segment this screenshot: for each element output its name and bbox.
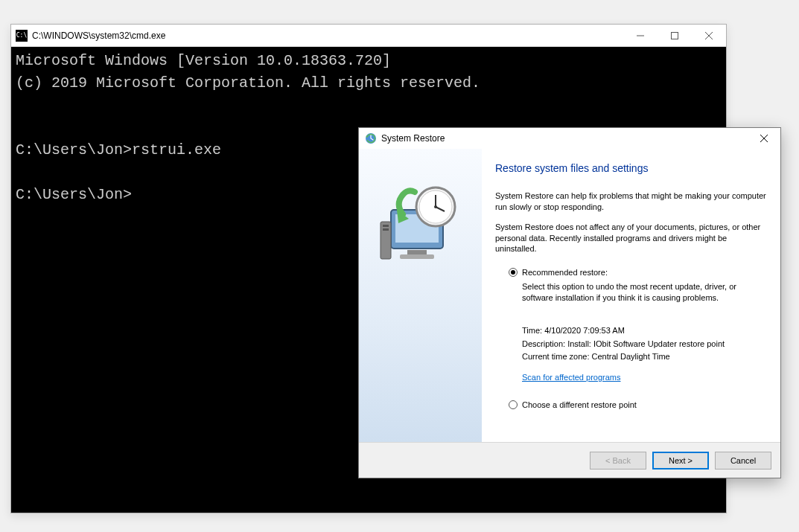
svg-rect-11: [400, 254, 434, 259]
restore-window-title: System Restore: [381, 133, 749, 144]
svg-rect-10: [407, 250, 427, 254]
window-controls: [623, 25, 726, 46]
restore-intro-1: System Restore can help fix problems tha…: [495, 190, 767, 213]
close-button[interactable]: [749, 129, 779, 147]
minimize-button[interactable]: [623, 25, 658, 46]
restore-sidebar: [359, 149, 482, 442]
restore-options: Recommended restore: Select this option …: [495, 268, 767, 384]
recommended-description: Select this option to undo the most rece…: [522, 281, 767, 304]
radio-icon: [509, 400, 518, 409]
restore-intro-2: System Restore does not affect any of yo…: [495, 222, 767, 255]
svg-point-19: [434, 205, 437, 208]
restore-time: Time: 4/10/2020 7:09:53 AM: [522, 324, 767, 338]
svg-rect-1: [672, 32, 678, 39]
scan-affected-link[interactable]: Scan for affected programs: [522, 371, 620, 385]
maximize-button[interactable]: [658, 25, 692, 46]
restore-titlebar[interactable]: System Restore: [359, 128, 780, 149]
system-restore-dialog: System Restore: [358, 127, 781, 478]
svg-rect-14: [383, 228, 389, 231]
cmd-line: C:\Users\Jon>: [16, 186, 132, 203]
close-button[interactable]: [692, 25, 726, 46]
radio-different[interactable]: Choose a different restore point: [495, 400, 767, 409]
cmd-line: C:\Users\Jon>rstrui.exe: [16, 141, 221, 158]
radio-recommended-label: Recommended restore:: [522, 268, 608, 277]
radio-different-label: Choose a different restore point: [522, 400, 637, 409]
restore-description: Description: Install: IObit Software Upd…: [522, 338, 767, 351]
restore-heading: Restore system files and settings: [495, 162, 767, 174]
cmd-line: (c) 2019 Microsoft Corporation. All righ…: [16, 74, 480, 92]
system-restore-icon: [365, 132, 377, 144]
restore-main: Restore system files and settings System…: [482, 149, 780, 442]
restore-footer: < Back Next > Cancel: [359, 442, 780, 478]
cmd-titlebar[interactable]: C:\ C:\WINDOWS\system32\cmd.exe: [11, 25, 726, 47]
cmd-icon: C:\: [16, 30, 28, 42]
svg-rect-12: [381, 222, 391, 259]
cmd-line: Microsoft Windows [Version 10.0.18363.72…: [16, 52, 391, 69]
computer-clock-icon: [376, 179, 465, 268]
cancel-button[interactable]: Cancel: [715, 452, 771, 469]
next-button[interactable]: Next >: [652, 452, 709, 469]
cmd-title: C:\WINDOWS\system32\cmd.exe: [32, 31, 623, 41]
radio-icon: [509, 268, 518, 277]
radio-recommended[interactable]: Recommended restore:: [509, 268, 767, 277]
restore-timezone: Current time zone: Central Daylight Time: [522, 350, 767, 364]
restore-content: Restore system files and settings System…: [359, 149, 780, 442]
svg-rect-13: [383, 225, 389, 227]
back-button[interactable]: < Back: [590, 452, 646, 469]
restore-point-details: Time: 4/10/2020 7:09:53 AM Description: …: [522, 324, 767, 384]
